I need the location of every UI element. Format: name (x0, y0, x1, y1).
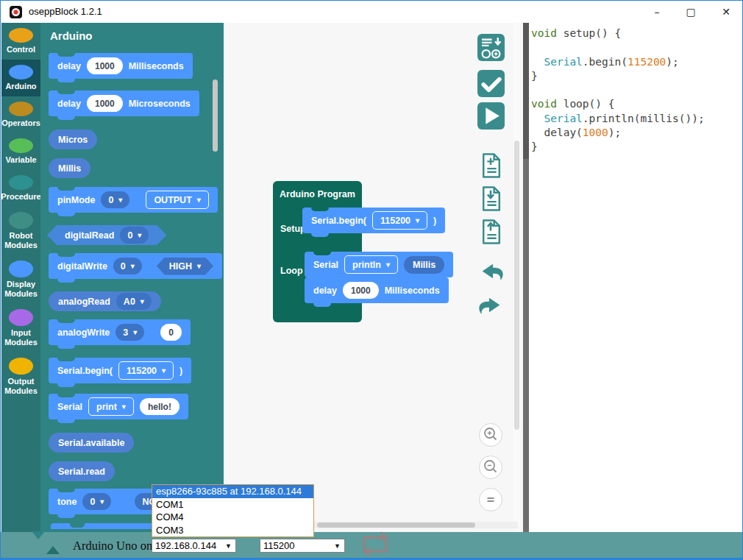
block-notch (57, 358, 75, 361)
block-serial-available[interactable]: Serial.available (49, 433, 134, 453)
sidebar-item-control[interactable]: Control (1, 23, 40, 60)
code-segment: ); (666, 56, 678, 68)
maximize-button[interactable]: ▢ (678, 1, 703, 22)
value-input[interactable]: 1000 (87, 57, 123, 74)
sidebar-item-procedure[interactable]: Procedure (1, 170, 40, 207)
block-analogwrite[interactable]: analogWrite 3 0 (49, 319, 191, 345)
block-serial-begin-setup[interactable]: Serial.begin( 115200 ) (302, 208, 445, 233)
zoom-out-button[interactable] (479, 456, 502, 479)
pin-dropdown[interactable]: 3 (115, 324, 144, 341)
block-label: Milliseconds (129, 61, 184, 71)
baud-select[interactable]: 115200 (260, 539, 345, 553)
partially-visible-block[interactable] (51, 523, 161, 529)
block-delay-microseconds[interactable]: delay 1000 Microseconds (49, 91, 199, 116)
new-file-button[interactable] (477, 152, 505, 179)
code-segment: } (531, 70, 538, 82)
millis-value-block[interactable]: Millis (404, 256, 444, 274)
value-input[interactable]: 1000 (87, 95, 123, 112)
undo-button[interactable] (477, 260, 505, 287)
pin-dropdown[interactable]: 0 (120, 227, 149, 244)
print-mode-dropdown[interactable]: println (344, 255, 398, 274)
print-mode-dropdown[interactable]: print (88, 397, 134, 416)
port-option-com1[interactable]: COM1 (152, 498, 313, 511)
sidebar-item-arduino[interactable]: Arduino (1, 60, 40, 96)
block-micros[interactable]: Micros (49, 130, 97, 149)
export-to-arduino-ide-button[interactable] (477, 34, 505, 61)
upload-download-icon[interactable] (32, 532, 70, 559)
program-title: Arduino Program (273, 189, 362, 199)
canvas-vertical-scrollbar[interactable] (513, 23, 520, 532)
block-serial-print[interactable]: Serial print hello! (49, 394, 188, 419)
pin-dropdown[interactable]: 0 (113, 258, 142, 274)
scrollbar-thumb[interactable] (514, 141, 519, 430)
canvas-horizontal-scrollbar[interactable] (297, 522, 518, 528)
category-label: Output Modules (2, 377, 40, 396)
pin-dropdown[interactable]: A0 (116, 293, 152, 310)
block-digitalwrite[interactable]: digitalWrite 0 HIGH (49, 253, 222, 279)
value-input[interactable]: 1000 (343, 282, 379, 299)
block-label: Microseconds (129, 99, 191, 109)
block-label: Serial.read (58, 467, 105, 477)
baud-dropdown[interactable]: 115200 (118, 361, 174, 380)
code-segment: } (531, 141, 538, 152)
value-input[interactable]: 0 (160, 324, 182, 341)
category-label: Control (7, 45, 35, 54)
sidebar-item-variable[interactable]: Variable (1, 133, 40, 170)
mode-dropdown[interactable]: OUTPUT (146, 191, 208, 209)
block-analogread[interactable]: analogRead A0 (49, 291, 161, 311)
block-bump (57, 79, 75, 82)
block-label: delay (313, 286, 337, 296)
block-notch (57, 53, 75, 57)
sidebar-item-display-modules[interactable]: Display Modules (1, 255, 40, 304)
workspace-canvas[interactable]: Arduino Program Setup Loop Serial.begin(… (224, 23, 523, 532)
save-file-button[interactable] (477, 185, 505, 212)
block-pinmode[interactable]: pinMode 0 OUTPUT (49, 187, 218, 213)
reconnect-icon[interactable] (363, 536, 388, 553)
block-serial-begin[interactable]: Serial.begin( 115200 ) (49, 358, 191, 383)
block-delay-loop[interactable]: delay 1000 Milliseconds (305, 277, 449, 303)
text-input[interactable]: hello! (140, 398, 179, 415)
block-serial-println-loop[interactable]: Serial println Millis (305, 252, 453, 277)
scrollbar-thumb[interactable] (523, 23, 529, 159)
toolbox-scrollbar[interactable] (213, 79, 218, 152)
block-millis[interactable]: Millis (49, 158, 90, 178)
block-bump (57, 279, 75, 283)
arduino-source-code: void setup() { Serial.begin(115200);} vo… (529, 23, 743, 155)
pin-dropdown[interactable]: 0 (82, 493, 111, 510)
block-notch (57, 253, 75, 257)
code-segment: void (531, 98, 557, 110)
block-bump (57, 514, 75, 518)
port-select[interactable]: 192.168.0.144 (152, 539, 236, 553)
sidebar-item-operators[interactable]: Operators (1, 96, 40, 133)
port-option-esp8266[interactable]: esp8266-93c885 at 192.168.0.144 (152, 485, 313, 498)
level-dropdown[interactable]: HIGH (157, 258, 213, 275)
run-button[interactable] (477, 102, 505, 130)
pin-dropdown[interactable]: 0 (101, 191, 129, 208)
redo-button[interactable] (477, 294, 505, 321)
code-segment: delay( (531, 127, 583, 138)
sidebar-item-robot-modules[interactable]: Robot Modules (1, 207, 40, 255)
open-file-button[interactable] (477, 218, 505, 245)
baud-dropdown[interactable]: 115200 (372, 211, 427, 230)
block-label: Micros (58, 135, 88, 145)
block-digitalread[interactable]: digitalRead 0 (47, 225, 166, 245)
sidebar-item-input-modules[interactable]: Input Modules (1, 304, 40, 352)
category-label: Operators (1, 118, 40, 128)
close-button[interactable]: ✕ (714, 1, 739, 22)
zoom-in-button[interactable] (479, 423, 502, 447)
block-label: Serial (57, 402, 82, 412)
block-serial-read[interactable]: Serial.read (49, 461, 115, 481)
code-segment: 115200 (628, 56, 666, 68)
block-delay-milliseconds[interactable]: delay 1000 Milliseconds (49, 53, 193, 79)
download-arrow-icon (32, 539, 45, 553)
port-option-com3[interactable]: COM3 (152, 524, 313, 537)
port-option-com4[interactable]: COM4 (152, 511, 313, 524)
sidebar-item-output-modules[interactable]: Output Modules (1, 352, 40, 401)
category-label: Robot Modules (2, 231, 40, 250)
status-bar: Arduino Uno on 192.168.0.144 115200 (1, 532, 742, 559)
minimize-button[interactable]: – (644, 1, 669, 22)
verify-button[interactable] (477, 70, 505, 97)
scrollbar-thumb[interactable] (317, 522, 475, 528)
code-panel-scrollbar[interactable] (523, 23, 529, 532)
zoom-reset-button[interactable] (479, 488, 502, 511)
